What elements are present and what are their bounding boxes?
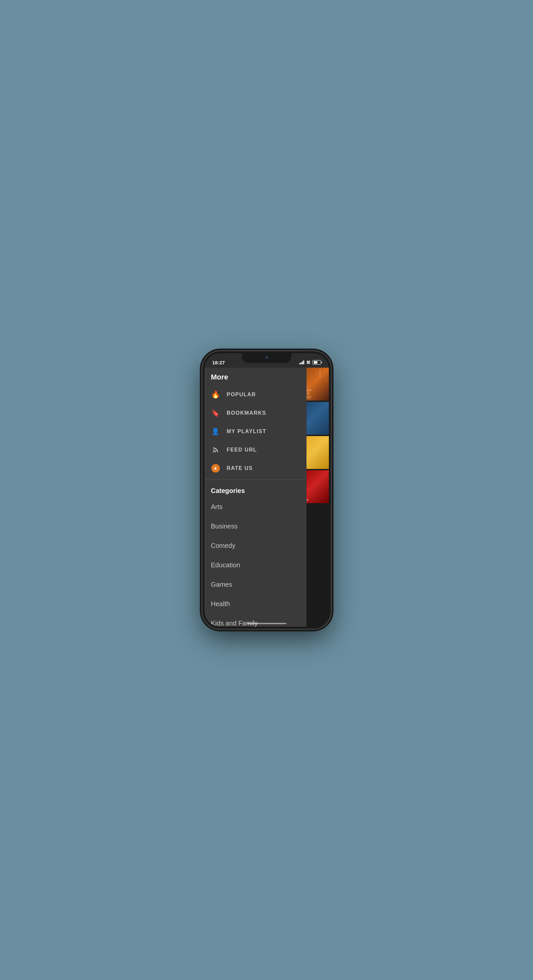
category-item-kids-and-family[interactable]: Kids and Family <box>204 614 306 627</box>
rss-icon <box>211 445 220 455</box>
front-camera <box>265 356 268 359</box>
divider <box>204 479 306 480</box>
bookmarks-label: BOOKMARKS <box>227 410 266 416</box>
my-playlist-label: MY PLAYLIST <box>227 428 266 434</box>
flame-icon: 🔥 <box>211 390 220 399</box>
notch <box>242 353 291 363</box>
nav-item-bookmarks[interactable]: 🔖 BOOKMARKS <box>204 404 306 422</box>
person-icon: 👤 <box>211 427 220 436</box>
status-icons: ⌘ <box>299 360 321 365</box>
signal-bars-icon <box>299 360 304 364</box>
svg-point-0 <box>213 452 214 453</box>
categories-title: Categories <box>204 482 306 497</box>
battery-icon <box>313 360 321 365</box>
nav-item-my-playlist[interactable]: 👤 MY PLAYLIST <box>204 422 306 441</box>
category-item-business[interactable]: Business <box>204 517 306 536</box>
rate-us-label: RATE US <box>227 465 253 471</box>
categories-list: ArtsBusinessComedyEducationGamesHealthKi… <box>204 497 306 627</box>
nav-item-popular[interactable]: 🔥 POPULAR <box>204 385 306 404</box>
popular-label: POPULAR <box>227 392 256 398</box>
nav-item-feed-url[interactable]: FEED URL <box>204 441 306 459</box>
star-badge-icon: ★ <box>211 464 220 473</box>
bookmark-icon: 🔖 <box>211 409 220 418</box>
home-indicator <box>247 623 286 624</box>
category-item-health[interactable]: Health <box>204 594 306 614</box>
category-item-education[interactable]: Education <box>204 555 306 575</box>
dots-menu-button[interactable]: ⋮ <box>317 370 324 377</box>
drawer-title: More <box>204 368 306 385</box>
status-time: 18:27 <box>212 360 225 365</box>
category-item-arts[interactable]: Arts <box>204 497 306 517</box>
drawer-panel: More 🔥 POPULAR 🔖 BOOKMARKS 👤 <box>204 368 306 627</box>
nav-item-rate-us[interactable]: ★ RATE US <box>204 459 306 477</box>
category-item-games[interactable]: Games <box>204 575 306 594</box>
feed-url-label: FEED URL <box>227 447 257 453</box>
category-item-comedy[interactable]: Comedy <box>204 536 306 555</box>
wifi-icon: ⌘ <box>306 360 310 365</box>
